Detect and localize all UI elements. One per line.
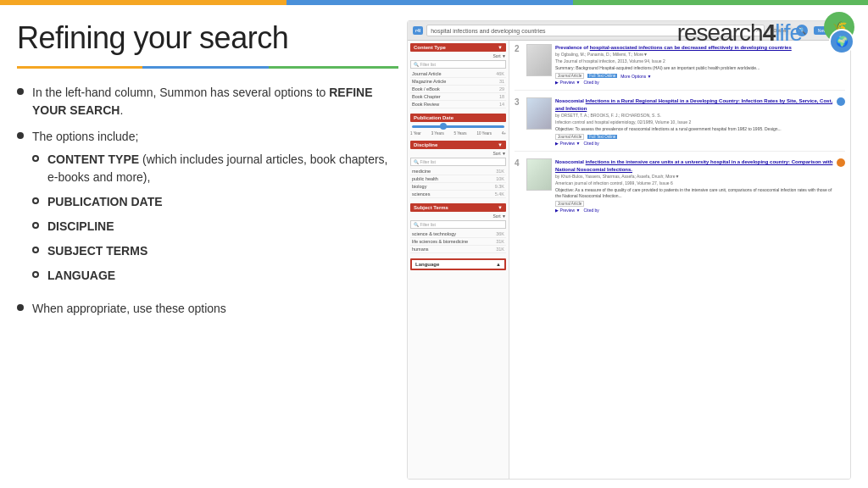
filter-item-magazine-label: Magazine Article <box>412 79 446 84</box>
content-type-sort[interactable]: Sort ▼ <box>410 53 506 58</box>
pub-date-label: Publication Date <box>414 115 453 120</box>
bold-pub-date: PUBLICATION DATE <box>47 195 163 208</box>
result-authors-4: by Khuri-Bulos, Yassers, Sharmas, Assefa… <box>555 174 833 179</box>
research4life-logo: research4life 🌾 🌍 <box>677 12 854 54</box>
discipline-search[interactable]: 🔍 Filter list <box>410 158 506 166</box>
result-title-3[interactable]: Nosocomial Infections in a Rural Regiona… <box>555 97 833 112</box>
discipline-medicine[interactable]: medicine 31K <box>410 168 506 175</box>
discipline-sciences[interactable]: sciences 5.4K <box>410 191 506 198</box>
discipline-biology-label: biology <box>412 184 426 189</box>
bullet-item-1: In the left-hand column, Summon has seve… <box>17 84 398 119</box>
bold-content-type: CONTENT TYPE <box>47 152 139 166</box>
filter-item-chapter[interactable]: Book Chapter 18 <box>410 93 506 101</box>
preview-link-4[interactable]: ▶ Preview ▼ <box>555 208 581 213</box>
more-options-2[interactable]: More Options ▼ <box>620 74 651 79</box>
result-number-3: 3 <box>515 97 523 146</box>
result-title-4[interactable]: Nosocomial infections in the intensive c… <box>555 158 833 173</box>
filter-item-chapter-label: Book Chapter <box>412 94 441 99</box>
slider-label-5year: 5 Years <box>454 131 467 136</box>
sub-text-5: LANGUAGE <box>47 267 398 285</box>
tag-fulltext-3[interactable]: Full Text Online <box>587 135 617 139</box>
logo-circles-container: 🌾 🌍 <box>809 12 854 54</box>
sub-bullet-dot-1 <box>32 155 39 162</box>
filter-item-book-label: Book / eBook <box>412 86 440 92</box>
filter-item-chapter-count: 18 <box>499 94 504 99</box>
sub-bullet-dot-3 <box>32 222 39 229</box>
sub-bullet-item-subject-terms: SUBJECT TERMS <box>32 242 398 260</box>
cited-by-link-3[interactable]: Cited by <box>584 141 599 146</box>
date-slider-track[interactable] <box>412 125 504 128</box>
result-links-4: ▶ Preview ▼ Cited by <box>555 208 833 213</box>
subject-terms-header[interactable]: Subject Terms ▼ <box>410 203 506 212</box>
discipline-header[interactable]: Discipline ▼ <box>410 141 506 149</box>
tag-fulltext-2[interactable]: Full Text Online <box>587 74 617 78</box>
subject-terms-sort[interactable]: Sort ▼ <box>410 214 506 219</box>
filter-item-journal-label: Journal Article <box>412 71 442 76</box>
slider-label-plus: 4+ <box>502 131 506 136</box>
language-label: Language <box>415 262 439 267</box>
discipline-pubhealth-label: public health <box>412 176 438 181</box>
result-summary-2: Summary: Background Hospital-acquired in… <box>555 65 833 71</box>
filter-item-magazine[interactable]: Magazine Article 31 <box>410 78 506 86</box>
content-type-label: Content Type <box>414 45 446 50</box>
language-header[interactable]: Language ▲ <box>410 258 506 270</box>
bold-subject-terms: SUBJECT TERMS <box>47 244 147 258</box>
cited-by-link-4[interactable]: Cited by <box>584 208 599 213</box>
slider-label-10year: 10 Years <box>476 131 492 136</box>
filter-item-review-label: Book Review <box>412 102 439 107</box>
subject-terms-search[interactable]: 🔍 Filter list <box>410 220 506 229</box>
result-thumb-4 <box>526 158 552 191</box>
subject-humans[interactable]: humans 31K <box>410 246 506 253</box>
bullet-text-3: When appropriate, use these options <box>32 300 398 318</box>
subject-science-tech[interactable]: science & technology 36K <box>410 230 506 238</box>
browser-simulation: r4l hospital infections and developing c… <box>408 21 850 479</box>
subject-science-tech-label: science & technology <box>412 231 456 236</box>
subject-life-sci[interactable]: life sciences & biomedicine 31K <box>410 238 506 246</box>
cited-by-link-2[interactable]: Cited by <box>584 80 599 85</box>
subject-life-sci-count: 31K <box>496 239 504 244</box>
sub-bullet-dot-2 <box>32 197 39 204</box>
filter-item-journal[interactable]: Journal Article 46K <box>410 70 506 78</box>
publication-date-filter: Publication Date 1 Year 3 Years 5 Years … <box>410 114 506 136</box>
save-icon-3[interactable] <box>837 97 845 106</box>
title-link-4[interactable]: infections in the intensive care units a… <box>555 159 832 171</box>
subject-humans-count: 31K <box>496 247 504 252</box>
filter-item-review[interactable]: Book Review 14 <box>410 101 506 108</box>
slider-label-1year: 1 Year <box>410 131 421 136</box>
preview-link-3[interactable]: ▶ Preview ▼ <box>555 141 581 146</box>
result-thumb-3 <box>526 97 552 130</box>
content-type-filter: Content Type ▼ Sort ▼ 🔍 Filter list Jour… <box>410 43 506 108</box>
sub-text-2: PUBLICATION DATE <box>47 193 398 211</box>
discipline-sciences-count: 5.4K <box>495 191 504 197</box>
discipline-label: Discipline <box>414 142 437 147</box>
result-item-4: 4 Nosocomial infections in the intensive… <box>515 158 845 218</box>
logo-research: research <box>677 19 763 46</box>
sub-bullet-item-content-type: CONTENT TYPE (which includes journal art… <box>32 151 398 186</box>
browser-logo: r4l <box>413 26 423 35</box>
discipline-pubhealth-count: 10K <box>496 176 504 181</box>
result-journal-2: The Journal of hospital infection, 2013,… <box>555 58 833 64</box>
browser-screenshot: r4l hospital infections and developing c… <box>407 20 851 480</box>
title-link-3[interactable]: Infections in a Rural Regional Hospital … <box>555 98 832 110</box>
discipline-biology-count: 9.3K <box>495 184 504 189</box>
result-content-4: Nosocomial infections in the intensive c… <box>555 158 833 213</box>
discipline-biology[interactable]: biology 9.3K <box>410 183 506 191</box>
discipline-filter: Discipline ▼ Sort ▼ 🔍 Filter list medici… <box>410 141 506 198</box>
save-icon-4[interactable] <box>837 158 845 167</box>
result-authors-3: by ORSETT, T. A.; BROOKS, F. J.; RICHARD… <box>555 113 833 118</box>
tag-journal-2: Journal Article <box>555 73 584 79</box>
discipline-pubhealth[interactable]: public health 10K <box>410 175 506 183</box>
discipline-sort[interactable]: Sort ▼ <box>410 151 506 156</box>
slider-handle[interactable] <box>440 123 447 130</box>
sub-bullet-item-discipline: DISCIPLINE <box>32 218 398 236</box>
filter-item-book[interactable]: Book / eBook 29 <box>410 86 506 93</box>
bullet-dot-2 <box>17 132 24 139</box>
pub-date-header[interactable]: Publication Date <box>410 114 506 122</box>
content-type-header[interactable]: Content Type ▼ <box>410 43 506 52</box>
preview-link-2[interactable]: ▶ Preview ▼ <box>555 80 581 85</box>
language-arrow-icon: ▲ <box>496 262 501 267</box>
result-meta-4: Journal Article <box>555 201 833 207</box>
content-type-search[interactable]: 🔍 Filter list <box>410 60 506 69</box>
filter-item-journal-count: 46K <box>496 71 504 76</box>
result-thumb-2 <box>526 44 552 76</box>
